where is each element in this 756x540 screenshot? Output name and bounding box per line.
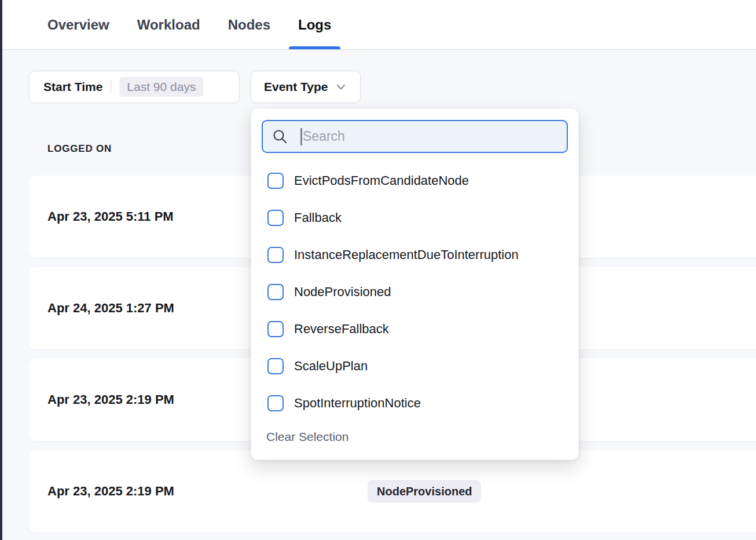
event-type-filter-button[interactable]: Event Type [251, 71, 361, 103]
logs-page: Overview Workload Nodes Logs Start Time … [0, 0, 756, 540]
tab-label: Overview [47, 17, 109, 33]
option-label: ReverseFallback [294, 322, 389, 337]
logged-on-value: Apr 23, 2025 2:19 PM [47, 484, 174, 499]
tab-label: Nodes [228, 17, 270, 33]
event-type-option[interactable]: Fallback [262, 199, 568, 236]
option-label: NodeProvisioned [294, 284, 391, 300]
column-header-logged-on: LOGGED ON [47, 143, 112, 155]
checkbox[interactable] [267, 210, 284, 226]
checkbox[interactable] [267, 284, 284, 300]
checkbox[interactable] [267, 321, 284, 337]
event-type-option[interactable]: NodeProvisioned [262, 273, 568, 311]
search-box[interactable] [262, 120, 568, 153]
search-icon [272, 129, 288, 144]
checkbox[interactable] [267, 358, 284, 374]
checkbox[interactable] [267, 173, 284, 189]
event-type-option[interactable]: EvictPodsFromCandidateNode [262, 162, 568, 199]
option-label: Fallback [294, 210, 342, 225]
option-label: InstanceReplacementDueToInterruption [294, 247, 519, 262]
filter-bar: Start Time Last 90 days Event Type [29, 71, 361, 103]
event-type-option[interactable]: ScaleUpPlan [262, 348, 568, 385]
tab-logs[interactable]: Logs [289, 0, 340, 49]
event-type-dropdown: EvictPodsFromCandidateNode Fallback Inst… [251, 108, 579, 460]
table-row[interactable]: Apr 23, 2025 2:19 PM NodeProvisioned [29, 450, 756, 532]
logged-on-value: Apr 23, 2025 2:19 PM [47, 392, 174, 407]
tab-overview[interactable]: Overview [38, 0, 119, 49]
event-type-option[interactable]: InstanceReplacementDueToInterruption [262, 236, 568, 273]
event-type-option[interactable]: SpotInterruptionNotice [262, 385, 568, 422]
clear-selection-button[interactable]: Clear Selection [262, 430, 568, 444]
tab-nodes[interactable]: Nodes [219, 0, 280, 49]
logged-on-value: Apr 23, 2025 5:11 PM [47, 209, 174, 224]
event-type-label: Event Type [264, 80, 328, 94]
tab-label: Workload [137, 17, 200, 33]
event-type-options-list: EvictPodsFromCandidateNode Fallback Inst… [262, 162, 568, 422]
option-label: EvictPodsFromCandidateNode [294, 173, 469, 188]
filter-divider [111, 79, 111, 94]
start-time-filter-button[interactable]: Start Time Last 90 days [29, 71, 240, 103]
checkbox[interactable] [267, 247, 284, 263]
start-time-value-pill: Last 90 days [119, 77, 203, 97]
left-border-strip [0, 0, 2, 540]
tab-workload[interactable]: Workload [128, 0, 210, 49]
start-time-label: Start Time [43, 80, 102, 94]
logged-on-value: Apr 24, 2025 1:27 PM [47, 301, 174, 316]
chevron-down-icon [335, 81, 347, 93]
event-type-badge: NodeProvisioned [368, 480, 481, 503]
tab-bar: Overview Workload Nodes Logs [0, 0, 756, 50]
option-label: ScaleUpPlan [294, 359, 368, 374]
checkbox[interactable] [267, 395, 284, 411]
tab-label: Logs [298, 17, 331, 33]
option-label: SpotInterruptionNotice [294, 396, 421, 411]
event-type-option[interactable]: ReverseFallback [262, 311, 568, 348]
search-input[interactable] [302, 129, 559, 144]
